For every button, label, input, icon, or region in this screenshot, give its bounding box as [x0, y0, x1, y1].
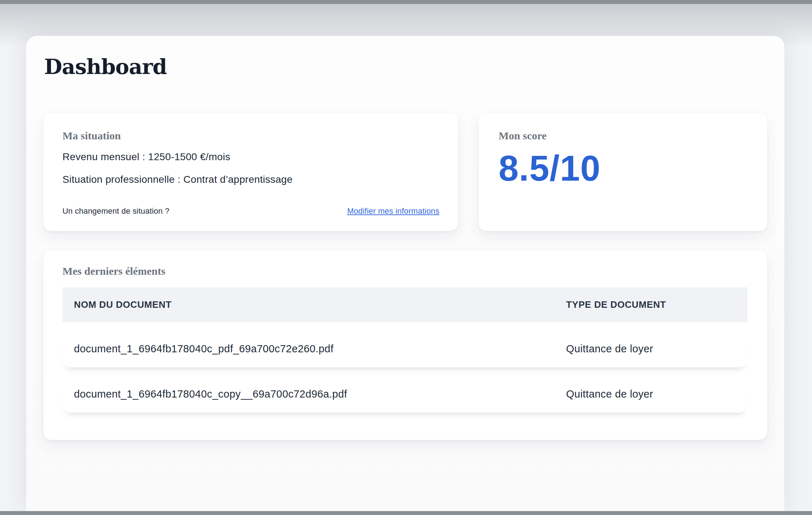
column-header-document-type: TYPE DE DOCUMENT — [555, 299, 747, 310]
recent-documents-card: Mes derniers éléments NOM DU DOCUMENT TY… — [43, 251, 767, 440]
score-card-heading: Mon score — [499, 130, 748, 142]
situation-card-heading: Ma situation — [62, 130, 439, 142]
dashboard-page-container: Dashboard Ma situation Revenu mensuel : … — [26, 36, 784, 511]
score-value: 8.5/10 — [499, 148, 748, 188]
document-row[interactable]: document_1_6964fb178040c_copy__69a700c72… — [62, 375, 747, 413]
page-title: Dashboard — [44, 55, 767, 79]
documents-table: NOM DU DOCUMENT TYPE DE DOCUMENT documen… — [62, 287, 747, 413]
score-card: Mon score 8.5/10 — [479, 113, 767, 231]
change-situation-prompt: Un changement de situation ? — [62, 207, 169, 216]
situation-card: Ma situation Revenu mensuel : 1250-1500 … — [43, 113, 458, 231]
job-line: Situation professionnelle : Contrat d’ap… — [62, 174, 439, 185]
summary-cards-row: Ma situation Revenu mensuel : 1250-1500 … — [43, 113, 767, 231]
document-row[interactable]: document_1_6964fb178040c_pdf_69a700c72e2… — [62, 330, 747, 367]
income-line: Revenu mensuel : 1250-1500 €/mois — [62, 151, 439, 163]
window-top-edge — [0, 0, 812, 4]
window-bottom-edge — [0, 511, 812, 515]
column-header-document-name: NOM DU DOCUMENT — [62, 299, 555, 310]
recent-documents-heading: Mes derniers éléments — [62, 265, 747, 277]
situation-card-footer: Un changement de situation ? Modifier me… — [62, 207, 439, 216]
edit-informations-link[interactable]: Modifier mes informations — [347, 207, 439, 216]
document-name-cell: document_1_6964fb178040c_pdf_69a700c72e2… — [62, 343, 555, 355]
document-type-cell: Quittance de loyer — [555, 388, 747, 400]
document-type-cell: Quittance de loyer — [555, 343, 747, 355]
document-name-cell: document_1_6964fb178040c_copy__69a700c72… — [62, 388, 555, 400]
documents-table-header-row: NOM DU DOCUMENT TYPE DE DOCUMENT — [62, 287, 747, 322]
